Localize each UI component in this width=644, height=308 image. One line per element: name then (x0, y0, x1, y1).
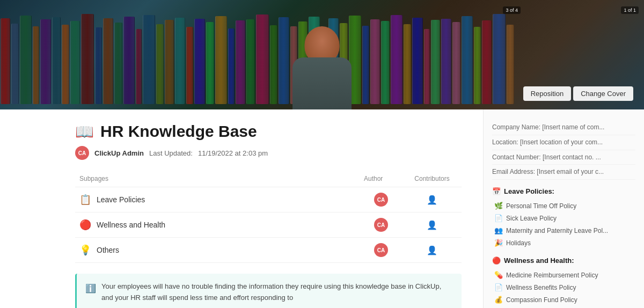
info-icon: ℹ️ (85, 282, 96, 296)
author-name: ClickUp Admin (94, 149, 144, 157)
info-text: Your employees will have no trouble find… (101, 281, 453, 304)
subpage-author-avatar: CA (374, 193, 388, 207)
wellness-label: Medicine Reimbursement Policy (506, 272, 598, 279)
cover-image: Reposition Change Cover 3 of 4 1 of 1 (0, 0, 644, 109)
wellness-item[interactable]: 📄Wellness Benefits Policy (492, 281, 635, 294)
company-name-field: Company Name: [Insert name of com... (492, 120, 635, 135)
wellness-item[interactable]: 💊Medicine Reimbursement Policy (492, 269, 635, 281)
col-subpages: Subpages (75, 173, 360, 187)
location-field: Location: [Insert location of your com..… (492, 135, 635, 150)
page-header: 📖 HR Knowledge Base (75, 122, 462, 141)
table-row[interactable]: 🔴 Wellness and Health CA 👤 (75, 212, 462, 238)
subpage-icon: 💡 (79, 244, 91, 256)
right-sidebar: Company Name: [Insert name of com... Loc… (483, 109, 644, 308)
leave-policies-section: 📅 Leave Policies: 🌿Personal Time Off Pol… (492, 187, 635, 249)
wellness-icon: 🔴 (492, 256, 501, 265)
leave-policy-icon: 👥 (494, 226, 503, 234)
contact-field: Contact Number: [Insert contact no. ... (492, 150, 635, 165)
col-contributors: Contributors (402, 173, 462, 187)
content-area: 📖 HR Knowledge Base CA ClickUp Admin Las… (0, 109, 483, 308)
table-row[interactable]: 💡 Others CA 👤 (75, 238, 462, 263)
subpage-icon: 🔴 (79, 219, 91, 231)
subpage-author-avatar: CA (374, 243, 388, 257)
leave-policy-item[interactable]: 👥Maternity and Paternity Leave Pol... (492, 224, 635, 237)
leave-policy-icon: 📄 (494, 214, 503, 222)
wellness-section-title: 🔴 Wellness and Health: (492, 256, 635, 265)
page-badge-right: 1 of 1 (621, 6, 639, 14)
col-author: Author (360, 173, 402, 187)
wellness-icon: 💊 (494, 271, 503, 279)
contributor-icon: 👤 (427, 246, 437, 255)
subpage-name: Wellness and Health (97, 221, 165, 229)
contributor-icon: 👤 (427, 221, 437, 230)
leave-policy-label: Maternity and Paternity Leave Pol... (506, 227, 608, 234)
leave-policy-label: Holidays (506, 239, 531, 247)
leave-policy-item[interactable]: 🎉Holidays (492, 237, 635, 249)
subpage-icon: 📋 (79, 194, 91, 206)
wellness-label: Compassion Fund Policy (506, 296, 577, 304)
change-cover-button[interactable]: Change Cover (573, 86, 633, 101)
table-row[interactable]: 📋 Leave Policies CA 👤 (75, 187, 462, 212)
page-badge-left: 3 of 4 (503, 6, 521, 14)
leave-policy-label: Personal Time Off Policy (506, 202, 576, 210)
reposition-button[interactable]: Reposition (523, 86, 571, 101)
last-updated-label: Last Updated: (149, 149, 193, 157)
last-updated-value: 11/19/2022 at 2:03 pm (198, 149, 268, 157)
main-area: 📖 HR Knowledge Base CA ClickUp Admin Las… (0, 109, 644, 308)
author-avatar: CA (75, 146, 89, 160)
page-title: HR Knowledge Base (100, 122, 257, 141)
subpage-name: Leave Policies (97, 195, 145, 204)
subpage-name: Others (97, 246, 119, 254)
leave-policy-icon: 🌿 (494, 202, 503, 210)
leave-policy-item[interactable]: 🌿Personal Time Off Policy (492, 200, 635, 212)
wellness-icon: 💰 (494, 296, 503, 304)
email-field: Email Address: [Insert email of your c..… (492, 165, 635, 180)
leave-policies-title: 📅 Leave Policies: (492, 187, 635, 195)
contributor-icon: 👤 (427, 195, 437, 204)
leave-policy-icon: 🎉 (494, 239, 503, 247)
leave-policies-icon: 📅 (492, 187, 501, 195)
subpages-table: Subpages Author Contributors 📋 Leave Pol… (75, 173, 462, 263)
leave-policy-item[interactable]: 📄Sick Leave Policy (492, 212, 635, 224)
wellness-label: Wellness Benefits Policy (506, 284, 576, 291)
page-icon: 📖 (75, 123, 94, 141)
info-box: ℹ️ Your employees will have no trouble f… (75, 274, 462, 308)
wellness-item[interactable]: 💰Compassion Fund Policy (492, 294, 635, 306)
subpage-author-avatar: CA (374, 218, 388, 232)
wellness-icon: 📄 (494, 283, 503, 291)
cover-buttons-area: Reposition Change Cover (523, 86, 633, 101)
leave-policy-label: Sick Leave Policy (506, 215, 557, 222)
meta-row: CA ClickUp Admin Last Updated: 11/19/202… (75, 146, 462, 160)
